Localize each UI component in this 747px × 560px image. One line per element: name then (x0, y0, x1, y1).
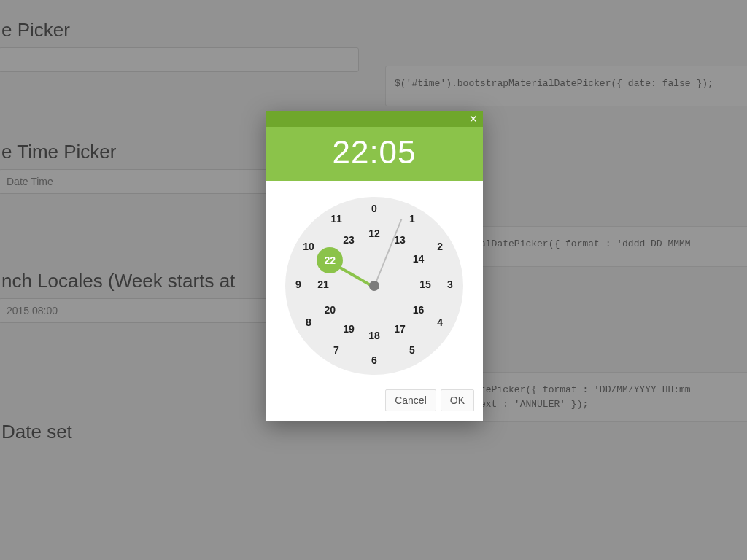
clock-hour-3[interactable]: 3 (441, 279, 459, 293)
clock-hour-8[interactable]: 8 (300, 316, 317, 331)
cancel-button[interactable]: Cancel (385, 389, 436, 411)
dialog-titlebar: ✕ (266, 111, 483, 127)
hours-display[interactable]: 22 (332, 134, 369, 171)
clock-hour-2[interactable]: 2 (431, 241, 449, 255)
clock-hour-19[interactable]: 19 (340, 323, 357, 338)
clock-container: 0123456789101112131415161718192021222322 (266, 181, 483, 382)
clock-hour-18[interactable]: 18 (365, 330, 383, 344)
clock-hour-15[interactable]: 15 (417, 279, 434, 293)
clock-hour-1[interactable]: 1 (403, 213, 421, 228)
clock-hour-5[interactable]: 5 (403, 344, 421, 359)
clock-hour-9[interactable]: 9 (290, 279, 307, 293)
clock-hour-16[interactable]: 16 (410, 304, 427, 319)
clock-hour-7[interactable]: 7 (328, 344, 345, 359)
clock-hour-20[interactable]: 20 (321, 304, 338, 319)
clock-hour-12[interactable]: 12 (365, 228, 383, 242)
time-picker-dialog: ✕ 22:05 01234567891011121314151617181920… (266, 111, 483, 421)
close-icon[interactable]: ✕ (467, 112, 480, 125)
minutes-display[interactable]: 05 (379, 134, 417, 171)
clock-hour-4[interactable]: 4 (431, 316, 449, 331)
clock-hour-21[interactable]: 21 (314, 279, 332, 293)
clock-hour-23[interactable]: 23 (340, 234, 357, 249)
clock-hour-6[interactable]: 6 (365, 354, 383, 369)
clock-hour-10[interactable]: 10 (300, 241, 317, 255)
clock-hour-17[interactable]: 17 (391, 323, 409, 338)
clock-hour-13[interactable]: 13 (391, 234, 409, 249)
time-separator: : (369, 134, 379, 171)
clock-selected-knob[interactable]: 22 (317, 247, 343, 273)
ok-button[interactable]: OK (441, 389, 474, 411)
clock-hour-11[interactable]: 11 (328, 213, 345, 228)
dialog-actions: Cancel OK (266, 382, 483, 421)
clock-face[interactable]: 0123456789101112131415161718192021222322 (285, 197, 463, 375)
clock-center-icon (369, 281, 379, 291)
clock-hour-14[interactable]: 14 (410, 253, 427, 268)
time-display: 22:05 (266, 127, 483, 181)
clock-hour-0[interactable]: 0 (365, 203, 383, 217)
